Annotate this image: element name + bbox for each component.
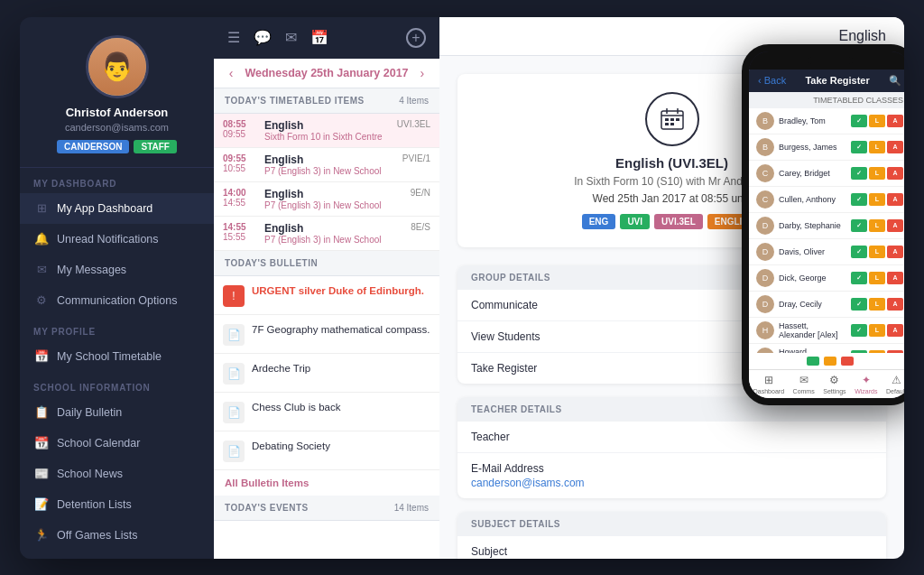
present-btn[interactable]: ✓ <box>851 324 867 337</box>
present-btn[interactable]: ✓ <box>851 272 867 284</box>
phone-student-row[interactable]: D Dick, George ✓ L A <box>749 265 904 292</box>
phone-nav-settings[interactable]: ⚙ Settings <box>823 374 845 394</box>
absent-btn[interactable]: A <box>887 193 903 206</box>
timetable-row[interactable]: 14:00 14:55 English P7 (English 3) in Ne… <box>214 182 439 217</box>
calendar-toolbar-icon[interactable]: 📅 <box>310 29 328 46</box>
time-end: 09:55 <box>223 129 257 139</box>
sidebar-item-bulletin[interactable]: 📋 Daily Bulletin <box>20 397 214 428</box>
date-navigation: ‹ Wednesday 25th January 2017 › <box>214 59 439 88</box>
late-btn[interactable]: L <box>869 115 885 127</box>
late-btn[interactable]: L <box>869 219 885 232</box>
phone-nav-settings-label: Settings <box>823 388 845 394</box>
late-btn[interactable]: L <box>869 246 885 258</box>
inbox-icon[interactable]: ✉ <box>285 29 297 46</box>
phone-student-row[interactable]: B Bradley, Tom ✓ L A <box>749 108 904 134</box>
late-btn[interactable]: L <box>869 324 885 337</box>
phone-nav-wizards[interactable]: ✦ Wizards <box>855 374 877 394</box>
communicate-label: Communicate <box>471 299 538 311</box>
absent-btn[interactable]: A <box>887 324 903 337</box>
chat-icon[interactable]: 💬 <box>254 29 272 46</box>
present-btn[interactable]: ✓ <box>851 193 867 206</box>
late-btn[interactable]: L <box>869 298 885 311</box>
avatar: 👨 <box>86 35 149 98</box>
bulletin-row-urgent[interactable]: ! URGENT silver Duke of Edinburgh. <box>214 276 439 315</box>
sidebar-item-absent[interactable]: ✓ Absent Registers <box>20 551 214 559</box>
absent-btn[interactable]: A <box>887 115 903 127</box>
status-buttons: ✓ L A <box>851 298 903 311</box>
next-date-arrow[interactable]: › <box>416 66 430 80</box>
phone-nav-wizards-icon: ✦ <box>862 374 871 386</box>
bulletin-row[interactable]: 📄 Debating Society <box>214 431 439 470</box>
phone-student-row[interactable]: B Burgess, James ✓ L A <box>749 134 904 161</box>
sidebar-item-news[interactable]: 📰 School News <box>20 459 214 489</box>
phone-student-row[interactable]: D Davis, Oliver ✓ L A <box>749 239 904 265</box>
absent-btn[interactable]: A <box>887 167 903 180</box>
phone-student-row[interactable]: D Dray, Cecily ✓ L A <box>749 292 904 318</box>
student-name: Burgess, James <box>779 143 846 152</box>
phone-nav-default[interactable]: ⚠ Default <box>886 374 904 394</box>
late-btn[interactable]: L <box>869 272 885 284</box>
hamburger-icon[interactable]: ☰ <box>227 29 240 46</box>
time-end: 10:55 <box>223 163 257 173</box>
phone-nav-dashboard[interactable]: ⊞ Dashboard <box>753 374 784 394</box>
status-buttons: ✓ L A <box>851 193 903 206</box>
present-btn[interactable]: ✓ <box>851 167 867 180</box>
add-button[interactable]: + <box>406 28 426 48</box>
phone-back-button[interactable]: ‹ Back <box>758 75 786 86</box>
sidebar-item-communication[interactable]: ⚙ Communication Options <box>20 285 214 316</box>
student-name: Carey, Bridget <box>779 169 846 178</box>
status-buttons: ✓ L A <box>851 219 903 232</box>
sidebar-item-messages[interactable]: ✉ My Messages <box>20 255 214 285</box>
legend-absent <box>841 357 854 366</box>
student-avatar: H <box>756 321 774 339</box>
list-icon: 📝 <box>33 496 50 513</box>
bulletin-row[interactable]: 📄 Ardeche Trip <box>214 354 439 393</box>
present-btn[interactable]: ✓ <box>851 298 867 311</box>
sidebar-item-calendar[interactable]: 📆 School Calendar <box>20 428 214 459</box>
late-btn[interactable]: L <box>869 141 885 153</box>
bulletin-section-header: TODAY'S BULLETIN <box>214 251 439 276</box>
phone-student-row[interactable]: C Cullen, Anthony ✓ L A <box>749 187 904 213</box>
subject-details-section: SUBJECT DETAILS Subject Year Set/Form Na… <box>457 512 886 559</box>
current-date[interactable]: Wednesday 25th January 2017 <box>245 67 408 79</box>
sidebar-item-detention[interactable]: 📝 Detention Lists <box>20 489 214 520</box>
absent-btn[interactable]: A <box>887 246 903 258</box>
prev-date-arrow[interactable]: ‹ <box>225 66 238 80</box>
tag-uvi: UVI <box>620 214 650 229</box>
absent-btn[interactable]: A <box>887 298 903 311</box>
sidebar-item-offgames[interactable]: 🏃 Off Games Lists <box>20 520 214 551</box>
timetable-row[interactable]: 08:55 09:55 English Sixth Form 10 in Six… <box>214 114 439 148</box>
sidebar-item-app-dashboard[interactable]: ⊞ My App Dashboard <box>20 193 214 224</box>
timetable-content: English P7 (English 3) in New School <box>264 222 403 245</box>
phone-search-icon[interactable]: 🔍 <box>889 75 901 87</box>
absent-btn[interactable]: A <box>887 219 903 232</box>
late-btn[interactable]: L <box>869 167 885 180</box>
sidebar-item-notifications[interactable]: 🔔 Unread Notifications <box>20 224 214 255</box>
sidebar-item-label: Off Games Lists <box>57 529 137 542</box>
phone-student-row[interactable]: D Darby, Stephanie ✓ L A <box>749 213 904 239</box>
timetable-section-title: TODAY'S TIMETABLED ITEMS <box>225 96 365 106</box>
timetable-times: 08:55 09:55 <box>223 119 257 142</box>
absent-btn[interactable]: A <box>887 141 903 153</box>
present-btn[interactable]: ✓ <box>851 246 867 258</box>
email-value[interactable]: canderson@isams.com <box>471 477 585 489</box>
all-bulletin-link[interactable]: All Bulletin Items <box>214 470 439 496</box>
timetable-row[interactable]: 14:55 15:55 English P7 (English 3) in Ne… <box>214 217 439 251</box>
student-avatar: D <box>756 217 774 235</box>
bulletin-row[interactable]: 📄 7F Geography mathematical compass. <box>214 315 439 354</box>
present-btn[interactable]: ✓ <box>851 141 867 153</box>
phone-nav-comms[interactable]: ✉ Comms <box>793 374 815 394</box>
grid-icon: ⊞ <box>33 200 50 217</box>
student-name: Darby, Stephanie <box>779 221 846 230</box>
phone-student-row[interactable]: C Carey, Bridget ✓ L A <box>749 161 904 187</box>
absent-btn[interactable]: A <box>887 272 903 284</box>
sidebar-item-label: Communication Options <box>57 294 177 307</box>
timetable-row[interactable]: 09:55 10:55 English P7 (English 3) in Ne… <box>214 148 439 182</box>
phone-student-row[interactable]: H Howard, Alexander ✓ L A <box>749 344 904 353</box>
present-btn[interactable]: ✓ <box>851 219 867 232</box>
late-btn[interactable]: L <box>869 193 885 206</box>
phone-student-row[interactable]: H Hassett, Alexander [Alex] ✓ L A <box>749 318 904 344</box>
bulletin-row[interactable]: 📄 Chess Club is back <box>214 393 439 431</box>
present-btn[interactable]: ✓ <box>851 115 867 127</box>
sidebar-item-timetable[interactable]: 📅 My School Timetable <box>20 341 214 372</box>
